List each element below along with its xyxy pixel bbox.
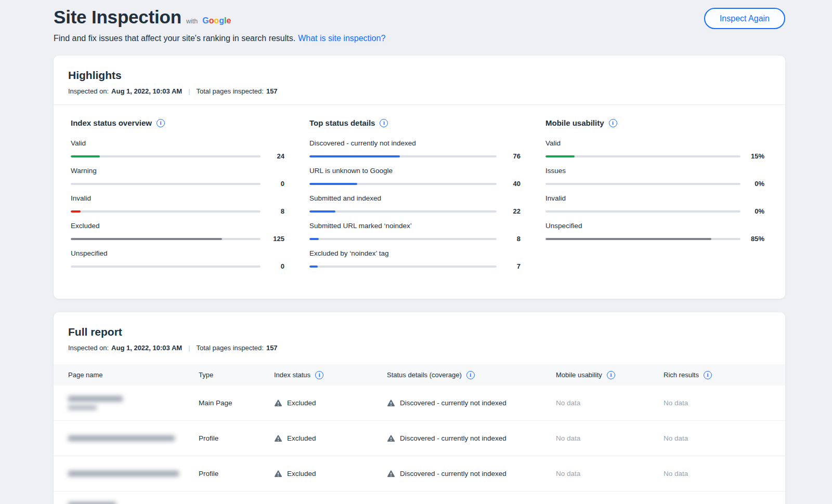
stat-value: 0 <box>266 180 284 188</box>
stat-row: Unspecified0 <box>71 249 284 270</box>
stat-bar-track <box>71 238 261 240</box>
table-body: Main PageExcludedDiscovered - currently … <box>54 386 785 504</box>
stat-bar-track <box>309 155 497 157</box>
stat-row: Valid15% <box>545 139 764 160</box>
meta-separator: | <box>188 344 190 352</box>
highlight-column-title: Index status overview <box>71 118 152 127</box>
highlight-column: Mobile usabilityiValid15%Issues0%Invalid… <box>528 118 785 277</box>
warning-icon <box>387 470 395 478</box>
stat-row: Excluded125 <box>71 222 284 243</box>
stat-bar-line: 7 <box>309 262 521 270</box>
stat-row: Invalid8 <box>71 194 284 215</box>
status-label: Excluded <box>287 434 316 442</box>
status-label: Excluded <box>287 399 316 407</box>
stat-bar-track <box>309 210 497 213</box>
stat-bar-fill <box>71 238 222 240</box>
info-icon[interactable]: i <box>466 371 475 379</box>
full-report-title: Full report <box>68 326 771 338</box>
stat-value: 15% <box>746 152 764 160</box>
stat-bar-track <box>71 210 261 213</box>
highlights-meta: Inspected on: Aug 1, 2022, 10:03 AM | To… <box>68 87 771 95</box>
inspect-again-button[interactable]: Inspect Again <box>704 8 785 29</box>
mobile-usability-cell: No data <box>556 470 664 478</box>
column-header-label: Rich results <box>664 371 699 379</box>
redacted-page-name <box>68 396 123 402</box>
stat-row: URL is unknown to Google40 <box>309 167 521 188</box>
stat-label: Excluded <box>71 222 284 230</box>
stat-bar-track <box>545 238 740 240</box>
stat-bar-fill <box>309 155 400 157</box>
stat-label: Invalid <box>71 194 284 202</box>
info-icon[interactable]: i <box>704 371 712 379</box>
status-label: Discovered - currently not indexed <box>400 470 506 478</box>
stat-row: Submitted and indexed22 <box>309 194 521 215</box>
warning-icon <box>387 400 395 407</box>
stat-label: Submitted URL marked ‘noindex’ <box>309 222 521 230</box>
type-cell: Profile <box>199 434 274 442</box>
warning-icon <box>274 435 282 442</box>
stat-value: 24 <box>266 152 284 160</box>
rich-results-cell: No data <box>664 470 785 478</box>
stat-bar-line: 85% <box>545 235 764 243</box>
column-header-label: Status details (coverage) <box>387 371 462 379</box>
mobile-usability-cell: No data <box>556 399 664 407</box>
redacted-page-name <box>68 502 116 504</box>
stat-bar-track <box>545 155 740 157</box>
column-header: Rich resultsi <box>664 371 785 379</box>
stat-bar-track <box>309 183 497 185</box>
stat-bar-line: 0% <box>545 180 764 188</box>
subtitle-text: Find and fix issues that affect your sit… <box>54 34 295 43</box>
stat-value: 76 <box>502 152 521 160</box>
stat-bar-line: 22 <box>309 207 521 215</box>
info-icon[interactable]: i <box>607 371 615 379</box>
table-row: ProfileExcludedDiscovered - currently no… <box>54 456 785 492</box>
type-cell: Main Page <box>199 399 274 407</box>
info-icon[interactable]: i <box>609 119 617 127</box>
column-header-label: Page name <box>68 371 103 379</box>
column-header: Index statusi <box>274 371 387 379</box>
stat-bar-track <box>71 155 261 157</box>
stat-value: 0% <box>746 180 764 188</box>
stat-bar-line: 8 <box>309 235 521 243</box>
stat-label: Excluded by ‘noindex’ tag <box>309 249 521 257</box>
what-is-site-inspection-link[interactable]: What is site inspection? <box>298 34 385 43</box>
stat-value: 22 <box>502 207 521 215</box>
stat-value: 8 <box>266 207 284 215</box>
stat-row: Submitted URL marked ‘noindex’8 <box>309 222 521 243</box>
page-name-cell <box>54 435 199 441</box>
column-header: Page name <box>54 371 199 379</box>
page-name-cell <box>54 471 199 476</box>
highlight-column-header: Mobile usabilityi <box>545 118 764 127</box>
stat-bar-fill <box>309 238 319 240</box>
stat-value: 125 <box>266 235 284 243</box>
highlight-column-header: Index status overviewi <box>71 118 284 127</box>
stat-label: Unspecified <box>71 249 284 257</box>
stat-value: 0% <box>746 207 764 215</box>
column-header-label: Index status <box>274 371 310 379</box>
stat-row: Unspecified85% <box>545 222 764 243</box>
info-icon[interactable]: i <box>380 119 388 127</box>
subtitle: Find and fix issues that affect your sit… <box>54 34 785 43</box>
google-letter: e <box>226 16 231 25</box>
status-label: Excluded <box>287 470 316 478</box>
redacted-page-name <box>68 471 179 476</box>
column-header-label: Type <box>199 371 213 379</box>
stat-bar-line: 0 <box>71 262 284 270</box>
info-icon[interactable]: i <box>315 371 323 379</box>
page-title: Site Inspection <box>54 7 181 28</box>
page-name-cell <box>54 396 199 410</box>
google-logo: Google <box>202 16 231 25</box>
status-details-cell: Discovered - currently not indexed <box>387 434 556 442</box>
stat-label: Valid <box>71 139 284 147</box>
full-report-table: Page nameTypeIndex statusiStatus details… <box>54 364 785 504</box>
table-row: ProfileExcludedDiscovered - currently no… <box>54 421 785 456</box>
info-icon[interactable]: i <box>157 119 165 127</box>
highlight-column-title: Top status details <box>309 118 375 127</box>
column-header: Status details (coverage)i <box>387 371 556 379</box>
full-report-meta: Inspected on: Aug 1, 2022, 10:03 AM | To… <box>68 344 771 352</box>
column-header: Mobile usabilityi <box>556 371 664 379</box>
stat-row: Discovered - currently not indexed76 <box>309 139 521 160</box>
status-details-cell: Discovered - currently not indexed <box>387 470 556 478</box>
highlights-card: Highlights Inspected on: Aug 1, 2022, 10… <box>54 56 785 299</box>
warning-icon <box>387 435 395 442</box>
